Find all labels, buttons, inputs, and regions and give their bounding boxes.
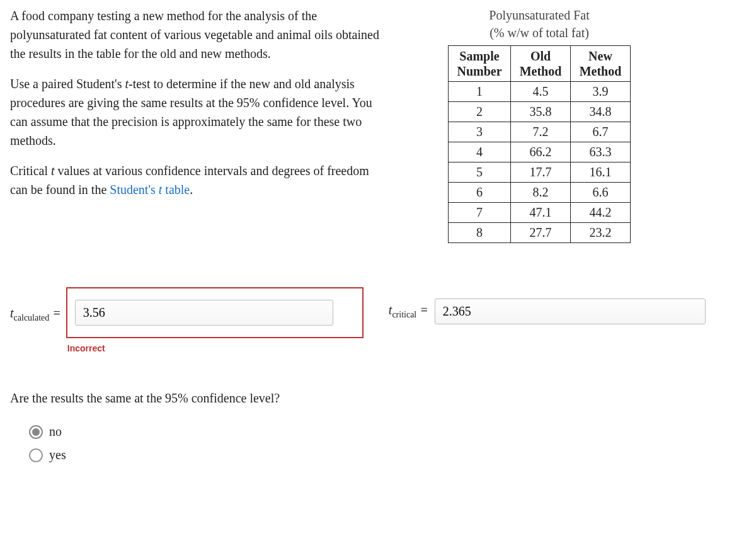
table-cell: 27.7 (511, 223, 571, 243)
table-cell: 5 (449, 162, 511, 183)
table-row: 466.263.3 (449, 142, 631, 162)
table-cell: 8.2 (511, 183, 571, 203)
data-table: Sample Number Old Method New Method 14.5… (448, 45, 631, 243)
table-title: Polyunsaturated Fat (% w/w of total fat) (438, 6, 640, 42)
table-cell: 6 (449, 183, 511, 203)
table-cell: 2 (449, 102, 511, 122)
table-cell: 1 (449, 82, 511, 102)
t-calculated-input-wrap (66, 287, 364, 338)
problem-para-1: A food company testing a new method for … (10, 6, 388, 63)
para3-a: Critical (10, 164, 51, 178)
table-cell: 34.8 (571, 102, 631, 122)
table-row: 68.26.6 (449, 183, 631, 203)
table-cell: 4 (449, 142, 511, 162)
table-cell: 66.2 (511, 142, 571, 162)
table-cell: 7 (449, 203, 511, 223)
radio-icon (29, 425, 43, 439)
problem-para-3: Critical t values at various confidence … (10, 161, 388, 199)
table-cell: 17.7 (511, 162, 571, 183)
table-cell: 35.8 (511, 102, 571, 122)
t-calculated-feedback: Incorrect (67, 343, 364, 353)
table-row: 747.144.2 (449, 203, 631, 223)
table-title-2: (% w/w of total fat) (490, 26, 589, 40)
t-crit-eq: = (416, 303, 428, 317)
table-cell: 8 (449, 223, 511, 243)
radio-option-no[interactable]: no (29, 424, 746, 439)
table-cell: 47.1 (511, 203, 571, 223)
table-cell: 6.6 (571, 183, 631, 203)
table-cell: 7.2 (511, 122, 571, 142)
col-sample: Sample Number (449, 46, 511, 82)
link-suffix: table (162, 183, 190, 196)
t-critical-input[interactable] (435, 299, 706, 324)
table-row: 827.723.2 (449, 223, 631, 243)
t-crit-sub: critical (392, 310, 416, 319)
problem-para-2: Use a paired Student's t-test to determi… (10, 74, 388, 150)
para3-c: . (190, 183, 193, 196)
radio-label-yes: yes (49, 448, 66, 462)
radio-option-yes[interactable]: yes (29, 448, 746, 462)
link-prefix: Student's (110, 183, 159, 196)
table-cell: 3.9 (571, 82, 631, 102)
table-title-1: Polyunsaturated Fat (489, 8, 589, 22)
table-cell: 44.2 (571, 203, 631, 223)
confidence-question: Are the results the same at the 95% conf… (10, 391, 746, 406)
table-cell: 63.3 (571, 142, 631, 162)
table-cell: 6.7 (571, 122, 631, 142)
t-calculated-label: tcalculated = (10, 306, 61, 320)
table-row: 14.53.9 (449, 82, 631, 102)
t-calculated-input[interactable] (75, 300, 333, 326)
table-cell: 16.1 (571, 162, 631, 183)
radio-label-no: no (49, 424, 62, 439)
t-critical-label: tcritical = (389, 303, 428, 320)
table-cell: 23.2 (571, 223, 631, 243)
col-new: New Method (571, 46, 631, 82)
table-cell: 4.5 (511, 82, 571, 102)
para2-a: Use a paired Student's (10, 77, 125, 91)
col-old: Old Method (511, 46, 571, 82)
radio-icon (29, 448, 43, 462)
t-calc-sub: calculated (14, 313, 50, 322)
t-calc-eq: = (49, 306, 61, 320)
table-row: 235.834.8 (449, 102, 631, 122)
student-t-table-link[interactable]: Student's t table (110, 183, 190, 196)
table-row: 517.716.1 (449, 162, 631, 183)
table-row: 37.26.7 (449, 122, 631, 142)
table-cell: 3 (449, 122, 511, 142)
